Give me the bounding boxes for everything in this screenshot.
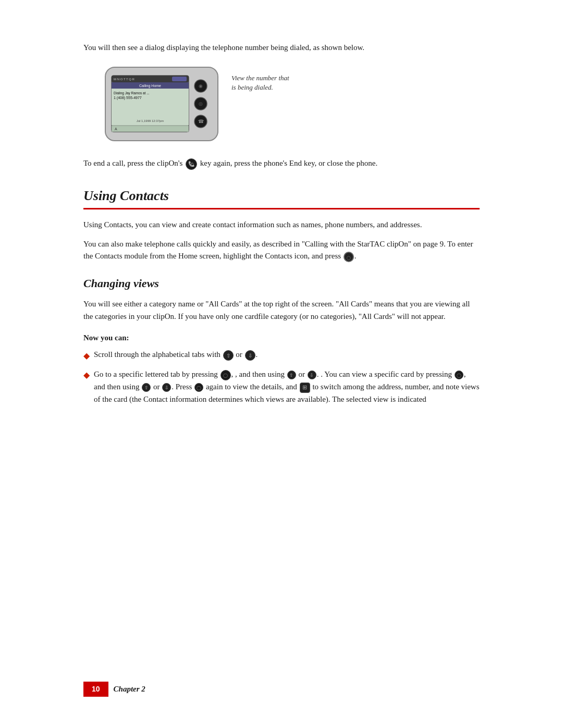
chapter-label: Chapter 2 xyxy=(114,683,145,695)
scroll-up-icon: ⇧ xyxy=(223,350,234,361)
svg-text:1 (408) 555-4977: 1 (408) 555-4977 xyxy=(114,96,142,100)
scroll-up-small-icon: ⇧ xyxy=(287,371,296,379)
now-you-can-label: Now you can: xyxy=(83,332,480,344)
bullet-item-1: ◆ Scroll through the alphabetical tabs w… xyxy=(83,349,480,363)
bullet-item-2: ◆ Go to a specific lettered tab by press… xyxy=(83,368,480,405)
changing-views-para1: You will see either a category name or "… xyxy=(83,298,480,323)
press-again-icon: ◯ xyxy=(194,383,203,392)
bullet-list: ◆ Scroll through the alphabetical tabs w… xyxy=(83,349,480,405)
svg-text:Jul 1,1999 12:37pm: Jul 1,1999 12:37pm xyxy=(137,119,164,122)
contacts-press-icon: ◯ xyxy=(344,252,354,262)
device-image: M N O T T Q R Calling Home Dialing Jay R… xyxy=(104,66,219,145)
svg-rect-4 xyxy=(172,77,187,81)
device-figure: M N O T T Q R Calling Home Dialing Jay R… xyxy=(104,66,480,145)
scroll-down-small-icon: ⇩ xyxy=(308,371,316,379)
using-contacts-para2: You can also make telephone calls quickl… xyxy=(83,238,480,263)
diamond-icon-2: ◆ xyxy=(83,369,90,382)
end-call-paragraph: To end a call, press the clipOn's ✆ key … xyxy=(83,157,480,170)
svg-text:◉: ◉ xyxy=(199,83,203,89)
bullet1-text: Scroll through the alphabetical tabs wit… xyxy=(94,349,258,361)
svg-text:Dialing Jay Ramos at ...: Dialing Jay Ramos at ... xyxy=(114,91,150,95)
scroll-down-2-icon: ⇩ xyxy=(162,383,171,392)
page-content: You will then see a dialog displaying th… xyxy=(83,42,480,405)
svg-text:M N O T T Q R: M N O T T Q R xyxy=(114,78,135,81)
changing-views-title: Changing views xyxy=(83,275,480,292)
using-contacts-title: Using Contacts xyxy=(83,186,480,209)
phone-device-svg: M N O T T Q R Calling Home Dialing Jay R… xyxy=(104,66,219,142)
bullet2-text: Go to a specific lettered tab by pressin… xyxy=(94,368,480,405)
intro-paragraph: You will then see a dialog displaying th… xyxy=(83,42,480,54)
scroll-up-2-icon: ⇧ xyxy=(142,383,151,392)
using-contacts-para1: Using Contacts, you can view and create … xyxy=(83,219,480,231)
page-number: 10 xyxy=(83,682,108,697)
svg-text:☎: ☎ xyxy=(198,119,204,124)
diamond-icon-1: ◆ xyxy=(83,350,90,363)
svg-text:A: A xyxy=(115,127,117,131)
svg-rect-12 xyxy=(112,126,189,132)
scroll-down-icon: ⇩ xyxy=(245,350,255,361)
svg-text:Calling Home: Calling Home xyxy=(139,84,161,88)
view-card-icon: ◯ xyxy=(455,371,463,379)
tab-press-icon: ◯ xyxy=(221,370,231,380)
menu-switch-icon xyxy=(300,382,310,393)
figure-caption: View the number that is being dialed. xyxy=(231,66,289,93)
page-footer: 10 Chapter 2 xyxy=(83,682,145,697)
svg-text:◎: ◎ xyxy=(199,101,203,106)
end-call-icon: ✆ xyxy=(186,158,197,170)
